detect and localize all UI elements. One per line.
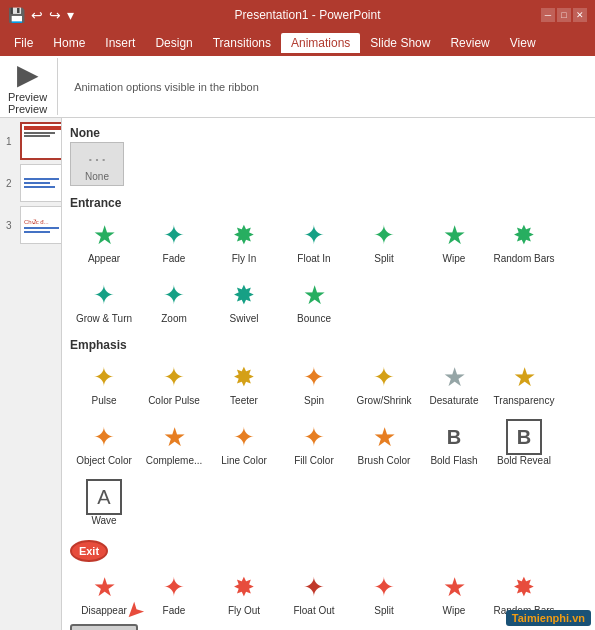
- anim-wipe[interactable]: ★ Wipe: [420, 212, 488, 270]
- anim-bold-reveal[interactable]: B Bold Reveal: [490, 414, 558, 472]
- anim-zoom[interactable]: ✦ Zoom: [140, 272, 208, 330]
- split-exit-icon: ✦: [366, 569, 402, 605]
- anim-fade[interactable]: ✦ Fade: [140, 212, 208, 270]
- entrance-animations-grid: ★ Appear ✦ Fade ✸ Fly In ✦ Float In ✦ Sp…: [70, 212, 587, 330]
- menu-slideshow[interactable]: Slide Show: [360, 33, 440, 53]
- object-color-label: Object Color: [76, 455, 132, 467]
- anim-bold-flash[interactable]: B Bold Flash: [420, 414, 488, 472]
- animations-toolbar: ▶ Preview Preview Animation options visi…: [0, 56, 595, 118]
- save-icon[interactable]: 💾: [8, 7, 25, 23]
- menu-file[interactable]: File: [4, 33, 43, 53]
- anim-float-out[interactable]: ✦ Float Out: [280, 564, 348, 622]
- slide-thumb-3[interactable]: Chức đ...: [20, 206, 62, 244]
- entrance-section-label: Entrance: [70, 192, 587, 212]
- customize-icon[interactable]: ▾: [67, 7, 74, 23]
- anim-float-in[interactable]: ✦ Float In: [280, 212, 348, 270]
- anim-bounce-exit[interactable]: ★ Bounce: [280, 624, 348, 630]
- menu-view[interactable]: View: [500, 33, 546, 53]
- menu-animations[interactable]: Animations: [281, 33, 360, 53]
- slide-thumb-2[interactable]: [20, 164, 62, 202]
- wipe-label: Wipe: [443, 253, 466, 265]
- disappear-icon: ★: [86, 569, 122, 605]
- anim-teeter[interactable]: ✸ Teeter: [210, 354, 278, 412]
- split-icon: ✦: [366, 217, 402, 253]
- preview-section[interactable]: ▶ Preview Preview: [8, 58, 58, 115]
- anim-desaturate[interactable]: ★ Desaturate: [420, 354, 488, 412]
- bold-reveal-icon: B: [506, 419, 542, 455]
- anim-bounce[interactable]: ★ Bounce: [280, 272, 348, 330]
- anim-object-color[interactable]: ✦ Object Color: [70, 414, 138, 472]
- anim-color-pulse[interactable]: ✦ Color Pulse: [140, 354, 208, 412]
- none-animation-item[interactable]: ⋯ None: [70, 142, 124, 186]
- menu-insert[interactable]: Insert: [95, 33, 145, 53]
- anim-split[interactable]: ✦ Split: [350, 212, 418, 270]
- anim-appear[interactable]: ★ Appear: [70, 212, 138, 270]
- anim-fade-exit[interactable]: ✦ Fade: [140, 564, 208, 622]
- exit-section-wrapper: Exit: [70, 536, 587, 564]
- transparency-icon: ★: [506, 359, 542, 395]
- anim-random-bars[interactable]: ✸ Random Bars: [490, 212, 558, 270]
- watermark-text: Taimienphi: [512, 612, 569, 624]
- anim-brush-color[interactable]: ★ Brush Color: [350, 414, 418, 472]
- complement-label: Compleme...: [146, 455, 203, 467]
- exit-badge[interactable]: Exit: [70, 540, 108, 562]
- anim-shrink-turn[interactable]: ✦ Shrink & Tu... ➤: [70, 624, 138, 630]
- fly-out-label: Fly Out: [228, 605, 260, 617]
- wipe-icon: ★: [436, 217, 472, 253]
- quick-access-toolbar[interactable]: 💾 ↩ ↪ ▾: [8, 7, 74, 23]
- zoom-icon: ✦: [156, 277, 192, 313]
- anim-complement[interactable]: ★ Compleme...: [140, 414, 208, 472]
- anim-spin[interactable]: ✦ Spin: [280, 354, 348, 412]
- bold-reveal-label: Bold Reveal: [497, 455, 551, 467]
- redo-icon[interactable]: ↪: [49, 7, 61, 23]
- teeter-icon: ✸: [226, 359, 262, 395]
- zoom-label: Zoom: [161, 313, 187, 325]
- anim-zoom-exit[interactable]: ✦ Zoom: [140, 624, 208, 630]
- slide-2-number: 2: [6, 178, 12, 189]
- anim-disappear[interactable]: ★ Disappear: [70, 564, 138, 622]
- undo-icon[interactable]: ↩: [31, 7, 43, 23]
- anim-wave[interactable]: A Wave: [70, 474, 138, 532]
- fill-color-label: Fill Color: [294, 455, 333, 467]
- anim-grow-shrink[interactable]: ✦ Grow/Shrink: [350, 354, 418, 412]
- slide-1-number: 1: [6, 136, 12, 147]
- grow-shrink-icon: ✦: [366, 359, 402, 395]
- float-in-label: Float In: [297, 253, 330, 265]
- bold-flash-icon: B: [436, 419, 472, 455]
- color-pulse-label: Color Pulse: [148, 395, 200, 407]
- anim-wipe-exit[interactable]: ★ Wipe: [420, 564, 488, 622]
- desaturate-icon: ★: [436, 359, 472, 395]
- spin-label: Spin: [304, 395, 324, 407]
- swivel-label: Swivel: [230, 313, 259, 325]
- slide-thumb-1[interactable]: [20, 122, 62, 160]
- anim-line-color[interactable]: ✦ Line Color: [210, 414, 278, 472]
- close-button[interactable]: ✕: [573, 8, 587, 22]
- slide-3-number: 3: [6, 220, 12, 231]
- anim-fly-in[interactable]: ✸ Fly In: [210, 212, 278, 270]
- random-bars-icon: ✸: [506, 217, 542, 253]
- anim-fly-out[interactable]: ✸ Fly Out: [210, 564, 278, 622]
- random-bars-label: Random Bars: [493, 253, 554, 265]
- anim-swivel[interactable]: ✸ Swivel: [210, 272, 278, 330]
- menu-transitions[interactable]: Transitions: [203, 33, 281, 53]
- menu-review[interactable]: Review: [440, 33, 499, 53]
- window-controls[interactable]: ─ □ ✕: [541, 8, 587, 22]
- anim-fill-color[interactable]: ✦ Fill Color: [280, 414, 348, 472]
- fade-icon: ✦: [156, 217, 192, 253]
- brush-color-icon: ★: [366, 419, 402, 455]
- anim-transparency[interactable]: ★ Transparency: [490, 354, 558, 412]
- grow-turn-icon: ✦: [86, 277, 122, 313]
- preview-icon: ▶: [17, 58, 39, 91]
- anim-grow-turn[interactable]: ✦ Grow & Turn: [70, 272, 138, 330]
- anim-split-exit[interactable]: ✦ Split: [350, 564, 418, 622]
- menu-design[interactable]: Design: [145, 33, 202, 53]
- fly-in-label: Fly In: [232, 253, 256, 265]
- none-label: None: [85, 171, 109, 182]
- preview-sub: Preview: [8, 103, 47, 115]
- minimize-button[interactable]: ─: [541, 8, 555, 22]
- watermark-suffix: .vn: [569, 612, 585, 624]
- anim-pulse[interactable]: ✦ Pulse: [70, 354, 138, 412]
- anim-swivel-exit[interactable]: ✸ Swivel: [210, 624, 278, 630]
- maximize-button[interactable]: □: [557, 8, 571, 22]
- menu-home[interactable]: Home: [43, 33, 95, 53]
